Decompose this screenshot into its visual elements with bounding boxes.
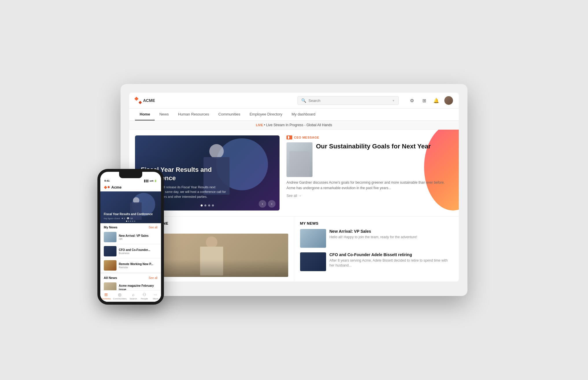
search-bar[interactable]: 🔍 ▼ [297, 96, 399, 105]
phone-nav-icon-contents: ⊞ [104, 292, 108, 297]
phone-hero-title: Fiscal Year Results and Conference [104, 212, 153, 216]
notifications-icon[interactable]: 🔔 [432, 96, 440, 105]
dot-1 [201, 204, 203, 206]
phone-hero-meta: Key figure • Event ♥ 3 💬 10 [104, 217, 153, 220]
phone-news-info-3: Remote Working New P... Remote [119, 262, 158, 269]
hero-next-button[interactable]: › [268, 200, 275, 208]
see-all-arrow: → [298, 194, 302, 198]
phone-hero-dots [126, 221, 135, 222]
logo-diamond-bottom [138, 101, 142, 104]
ceo-body-text: Andrew Gardner discusses Acme's goals fo… [286, 180, 453, 191]
settings-icon[interactable]: ⚙ [408, 96, 416, 105]
apps-icon[interactable]: ⊞ [420, 96, 428, 105]
phone-nav-icon-more: ··· [154, 292, 157, 297]
news-item-info: New Arrival: VP Sales Hello all! Happy t… [330, 229, 417, 240]
phone-logo [104, 186, 110, 189]
phone-nav-people[interactable]: ⚇ People [139, 290, 150, 302]
phone-logo-diamond2 [108, 186, 110, 188]
phone-see-all-news[interactable]: See all [149, 226, 158, 229]
logo-icon [135, 97, 141, 104]
search-input[interactable] [308, 98, 390, 103]
phone-dot-2 [128, 221, 129, 222]
phone-nav-contents[interactable]: ⊞ Contents [100, 290, 112, 302]
phone-all-news-header: All News See all [100, 274, 161, 281]
hero-prev-button[interactable]: ‹ [259, 200, 266, 208]
mag-head [206, 236, 217, 248]
phone-hero-tag: Key figure • Event [104, 217, 120, 219]
ceo-photo-title: Our Sustainability Goals for Next Year [286, 142, 453, 177]
ceo-label: CEO MESSAGE [286, 135, 453, 139]
top-icons: ⚙ ⊞ 🔔 [408, 96, 453, 105]
phone-app-name: Acme [111, 185, 121, 189]
phone-my-news-label: My News [104, 226, 117, 229]
dot-2 [204, 204, 206, 206]
phone-news-title-2: CFO and Co-Founder... [119, 248, 158, 252]
phone-my-news-header: My News See all [100, 223, 161, 230]
top-bar: ACME 🔍 ▼ ⚙ ⊞ 🔔 [129, 93, 459, 109]
phone-nav-more[interactable]: ··· More [150, 290, 161, 302]
see-all-link[interactable]: See all → [286, 194, 453, 198]
play-icon [286, 135, 292, 139]
nav-item-hr[interactable]: Human Resources [173, 109, 214, 120]
phone-nav-label-more: More [153, 297, 158, 300]
phone-screen: 9:41 ▌▌▌ wifi 🔋 Acme [100, 178, 161, 302]
phone-nav-communities[interactable]: ◎ Communities [112, 290, 128, 302]
news-item-title-cfo: CFO and Co-Founder Adele Bissett retirin… [330, 252, 453, 257]
nav-item-communities[interactable]: Communities [214, 109, 245, 120]
phone-dot-3 [130, 221, 131, 222]
live-badge: LIVE [256, 123, 263, 127]
nav-item-home[interactable]: Home [135, 109, 155, 120]
nav-item-employee-directory[interactable]: Employee Directory [245, 109, 287, 120]
phone-signal-icons: ▌▌▌ wifi 🔋 [144, 179, 157, 182]
ceo-person [289, 151, 310, 177]
phone-news-item-1[interactable]: New Arrival: VP Sales HR [100, 230, 161, 244]
phone-nav-icon-search: ⌕ [132, 292, 134, 297]
phone-news-item-2[interactable]: CFO and Co-Founder... Business [100, 244, 161, 258]
news-thumb-cfo [300, 252, 326, 271]
laptop-screen: ACME 🔍 ▼ ⚙ ⊞ 🔔 Home [129, 93, 459, 282]
phone-hero-likes: ♥ 3 💬 10 [122, 217, 133, 220]
phone-news-title-3: Remote Working New P... [119, 262, 158, 266]
scene: ACME 🔍 ▼ ⚙ ⊞ 🔔 Home [121, 84, 467, 296]
main-content: Fiscal Year Results and Conference Our c… [129, 130, 459, 216]
phone-nav-search[interactable]: ⌕ Search [128, 290, 139, 302]
phone-dot-5 [134, 221, 135, 222]
phone-dot-4 [132, 221, 133, 222]
phone-news-tag-1: HR [119, 238, 158, 241]
person-head [209, 144, 224, 159]
phone-status-bar: 9:41 ▌▌▌ wifi 🔋 [100, 178, 161, 183]
news-item-cfo[interactable]: CFO and Co-Founder Adele Bissett retirin… [300, 252, 453, 271]
phone-hero-text: Fiscal Year Results and Conference Key f… [104, 212, 153, 220]
logo[interactable]: ACME [135, 97, 155, 104]
ceo-badge-text: CEO MESSAGE [294, 136, 319, 139]
news-item-info-cfo: CFO and Co-Founder Adele Bissett retirin… [330, 252, 453, 268]
bottom-sections: ACME MAGAZINE MY NEWS [129, 216, 459, 282]
phone-nav-label-people: People [141, 297, 148, 300]
phone-notch [119, 172, 142, 178]
mobile-phone: 9:41 ▌▌▌ wifi 🔋 Acme [97, 169, 164, 305]
ceo-title: Our Sustainability Goals for Next Year [316, 142, 431, 151]
phone-news-item-3[interactable]: Remote Working New P... Remote [100, 258, 161, 273]
search-icon: 🔍 [301, 98, 306, 103]
phone-news-title-1: New Arrival: VP Sales [119, 234, 158, 238]
live-banner: LIVE • Live Stream In Progress - Global … [129, 121, 459, 130]
ceo-section: CEO MESSAGE Our Sustainability Goals for… [286, 135, 453, 211]
news-item-desc-vpsales: Hello all! Happy to join the team, ready… [330, 235, 417, 240]
avatar-image [444, 96, 453, 105]
nav-item-news[interactable]: News [155, 109, 173, 120]
phone-news-thumb-2 [104, 246, 117, 256]
my-news-section: MY NEWS New Arrival: VP Sales Hello all!… [294, 217, 459, 282]
hero-dots [201, 204, 214, 206]
news-item-desc-cfo: After 8 years serving Acme, Adele Bisset… [330, 258, 453, 268]
hero-navigation: ‹ › [259, 200, 275, 208]
avatar[interactable] [444, 96, 453, 105]
news-item-vpsales[interactable]: New Arrival: VP Sales Hello all! Happy t… [300, 229, 453, 248]
my-news-title: MY NEWS [300, 221, 453, 226]
phone-see-all-all-news[interactable]: See all [149, 276, 158, 280]
ceo-photo [286, 142, 313, 177]
news-thumb-vpsales [300, 229, 326, 248]
dot-3 [208, 204, 210, 206]
see-all-text: See all [286, 194, 297, 198]
phone-news-tag-3: Remote [119, 266, 158, 269]
nav-item-my-dashboard[interactable]: My dashboard [287, 109, 320, 120]
